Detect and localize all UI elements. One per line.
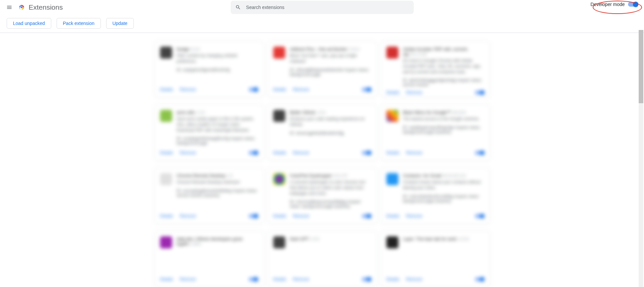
extension-enable-toggle[interactable] bbox=[475, 91, 484, 95]
details-link[interactable]: Details bbox=[273, 150, 287, 155]
svg-point-2 bbox=[21, 6, 23, 8]
extension-id: ID: cfheodjbfkelpoewkbebmkb Inspect view… bbox=[290, 68, 371, 77]
details-link[interactable]: Details bbox=[160, 213, 173, 218]
search-container[interactable] bbox=[231, 1, 414, 14]
scrollbar-thumb[interactable] bbox=[639, 30, 643, 103]
action-button-row: Load unpacked Pack extension Update bbox=[0, 15, 644, 33]
extension-enable-toggle[interactable] bbox=[362, 88, 371, 92]
extension-card: ColorPick Eyedropper0.0.2.37A zoomed eye… bbox=[268, 167, 377, 224]
extension-card: Adobe Acrobat: PDF edit, convert, sig15.… bbox=[381, 41, 490, 98]
remove-link[interactable]: Remove bbox=[180, 277, 196, 282]
extension-enable-toggle[interactable] bbox=[475, 214, 484, 218]
extension-enable-toggle[interactable] bbox=[475, 151, 484, 155]
details-link[interactable]: Details bbox=[386, 213, 400, 218]
update-button[interactable]: Update bbox=[106, 18, 134, 29]
details-link[interactable]: Details bbox=[386, 277, 400, 282]
details-link[interactable]: Details bbox=[160, 87, 173, 92]
details-link[interactable]: Details bbox=[386, 150, 400, 155]
extension-enable-toggle[interactable] bbox=[249, 277, 258, 281]
extension-card: Chrome Remote Desktop1.5Chrome Remote De… bbox=[154, 167, 264, 224]
extension-enable-toggle[interactable] bbox=[249, 151, 258, 155]
extension-id: ID: rcdcrsthdcldnclhnxnfbfbg Inspect vie… bbox=[403, 194, 484, 203]
extension-enable-toggle[interactable] bbox=[475, 277, 484, 281]
extension-title: ColorPick Eyedropper0.0.2.37 bbox=[290, 173, 371, 178]
extension-card: daily.dev | Where developers grow togeth… bbox=[154, 231, 264, 287]
extension-icon bbox=[160, 173, 172, 185]
extension-icon bbox=[273, 110, 285, 122]
remove-link[interactable]: Remove bbox=[180, 150, 196, 155]
extension-description: Filter content by changing unlisted pref… bbox=[177, 53, 258, 64]
extension-title: Layer: The lean tab for work1.0.21 bbox=[403, 236, 484, 241]
developer-mode-toggle[interactable] bbox=[628, 2, 638, 7]
scrollbar-track[interactable] bbox=[639, 30, 643, 287]
extension-icon bbox=[386, 110, 398, 122]
extension-title: Adblock Plus - free ad blocker3.14.2 bbox=[290, 47, 371, 52]
details-link[interactable]: Details bbox=[273, 213, 287, 218]
remove-link[interactable]: Remove bbox=[293, 277, 309, 282]
extension-description: A zoomed eyedropper & color chooser tool… bbox=[290, 179, 371, 196]
extension-icon bbox=[273, 173, 285, 185]
extension-card: Adblock Plus - free ad blocker3.14.2Bloc… bbox=[268, 41, 377, 98]
extension-title: daily.dev | Where developers grow togeth… bbox=[177, 236, 258, 246]
topbar: Extensions Developer mode bbox=[0, 0, 644, 15]
extension-description: Chrome Remote Desktop extension bbox=[177, 179, 258, 185]
remove-link[interactable]: Remove bbox=[406, 213, 422, 218]
remove-link[interactable]: Remove bbox=[293, 150, 309, 155]
extension-card: arxiv-utils1.3.2Save arxiv-vanity paper … bbox=[154, 104, 264, 161]
extension-card: Layer: The lean tab for work1.0.21Detail… bbox=[381, 231, 490, 287]
extension-id: ID: abohchkkhgjggmfgkshlnjlg Inspect vie… bbox=[403, 78, 484, 87]
details-link[interactable]: Details bbox=[273, 87, 287, 92]
details-link[interactable]: Details bbox=[160, 150, 173, 155]
remove-link[interactable]: Remove bbox=[406, 90, 422, 95]
extension-description: Enhance your code reading experience on … bbox=[290, 116, 371, 128]
remove-link[interactable]: Remove bbox=[293, 87, 309, 92]
page-title: Extensions bbox=[29, 3, 63, 11]
remove-link[interactable]: Remove bbox=[406, 150, 422, 155]
hamburger-icon bbox=[6, 4, 12, 10]
extension-card: Contacts+ for Gmail20.21.02.112Contacts … bbox=[381, 167, 490, 224]
pack-extension-button[interactable]: Pack extension bbox=[57, 18, 101, 29]
extension-description: Block YouTube™ ads, pop-ups & fight malw… bbox=[290, 53, 371, 64]
extension-icon bbox=[160, 236, 172, 248]
extension-icon bbox=[273, 236, 285, 248]
extension-description: Do more in Google Chrome with Adobe Acro… bbox=[403, 58, 484, 75]
remove-link[interactable]: Remove bbox=[180, 213, 196, 218]
remove-link[interactable]: Remove bbox=[180, 87, 196, 92]
extension-id: ID: chcmvnjdlkojxcomnpnfblfgkg Inspect v… bbox=[290, 199, 371, 209]
extension-card: Dark GPT1.0.0DetailsRemove bbox=[268, 231, 377, 287]
extension-title: Black Menu for Google™26.15.5 bbox=[403, 110, 484, 115]
extension-icon bbox=[386, 47, 398, 59]
chrome-logo-icon bbox=[18, 4, 25, 11]
remove-link[interactable]: Remove bbox=[293, 213, 309, 218]
extension-enable-toggle[interactable] bbox=[362, 214, 371, 218]
extension-description: The easiest access to the Google univers… bbox=[403, 116, 484, 122]
extension-description: Save arxiv-vanity paper to file in file … bbox=[177, 116, 258, 133]
extension-title: Better Github1.5.0 bbox=[290, 110, 371, 115]
load-unpacked-button[interactable]: Load unpacked bbox=[7, 18, 51, 29]
search-input[interactable] bbox=[246, 5, 409, 10]
extension-title: Adobe Acrobat: PDF edit, convert, sig15.… bbox=[403, 47, 484, 57]
extension-title: arxiv-utils1.3.2 bbox=[177, 110, 258, 115]
extensions-page: Extensions Developer mode Load unpacked … bbox=[0, 0, 644, 287]
extension-enable-toggle[interactable] bbox=[362, 151, 371, 155]
extension-enable-toggle[interactable] bbox=[249, 214, 258, 218]
extension-card: Better Github1.5.0Enhance your code read… bbox=[268, 104, 377, 161]
remove-link[interactable]: Remove bbox=[406, 277, 422, 282]
extension-enable-toggle[interactable] bbox=[362, 277, 371, 281]
extension-description: Contacts knows about your contacts witho… bbox=[403, 179, 484, 191]
extension-card: Nudge0.2.8Filter content by changing unl… bbox=[154, 41, 264, 98]
developer-mode-label: Developer mode bbox=[590, 2, 625, 7]
extension-icon bbox=[386, 173, 398, 185]
main-menu-button[interactable] bbox=[5, 3, 13, 11]
details-link[interactable]: Details bbox=[273, 277, 287, 282]
extension-id: ID: nqnfjdrgdnmqvnfbhgmfgn Inspect views… bbox=[403, 125, 484, 135]
search-icon bbox=[235, 4, 241, 10]
details-link[interactable]: Details bbox=[386, 90, 400, 95]
extension-icon bbox=[160, 47, 172, 59]
extension-icon bbox=[386, 236, 398, 248]
extension-title: Nudge0.2.8 bbox=[177, 47, 258, 52]
extension-title: Chrome Remote Desktop1.5 bbox=[177, 173, 258, 178]
extension-enable-toggle[interactable] bbox=[249, 88, 258, 92]
details-link[interactable]: Details bbox=[160, 277, 173, 282]
developer-mode-area: Developer mode bbox=[590, 2, 638, 7]
